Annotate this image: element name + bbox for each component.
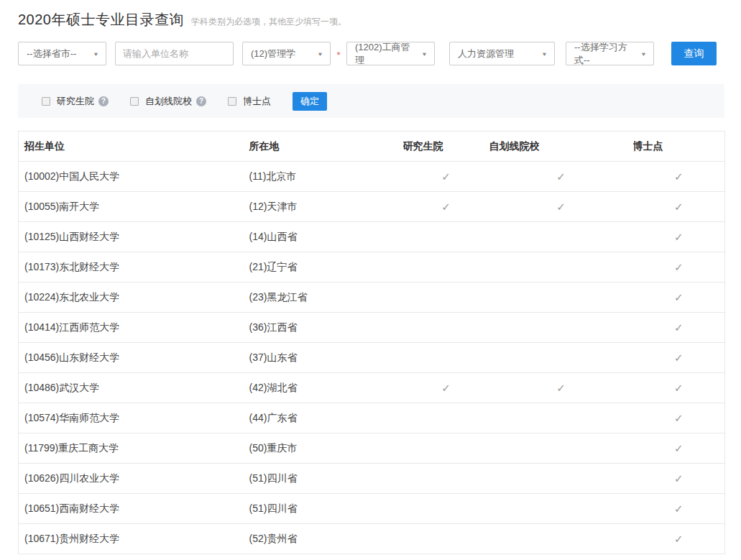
table-header-row: 招生单位 所在地 研究生院 自划线院校 博士点 bbox=[19, 132, 725, 162]
self-line-check-cell: ✓ bbox=[489, 162, 633, 192]
help-icon[interactable]: ? bbox=[98, 96, 109, 106]
unit-cell: (11799)重庆工商大学 bbox=[19, 433, 245, 464]
check-icon: ✓ bbox=[674, 382, 684, 394]
check-icon: ✓ bbox=[674, 352, 684, 364]
required-asterisk: * bbox=[331, 47, 346, 60]
page-subtitle: 学科类别为必选项，其他至少填写一项。 bbox=[191, 16, 346, 28]
grad-school-check-cell: ✓ bbox=[403, 373, 489, 403]
location-cell: (23)黑龙江省 bbox=[245, 283, 403, 313]
self-line-check-cell: ✓ bbox=[489, 373, 633, 403]
doctoral-filter: 博士点 bbox=[228, 95, 271, 108]
table-row: (10574)华南师范大学(44)广东省✓ bbox=[19, 403, 725, 433]
self-line-filter: 自划线院校 ? bbox=[130, 95, 206, 108]
doctoral-check-cell: ✓ bbox=[633, 283, 725, 313]
page-header: 2020年硕士专业目录查询 学科类别为必选项，其他至少填写一项。 bbox=[18, 10, 724, 29]
filter-bar: --选择省市-- ▼ (12)管理学 ▼ * (1202)工商管理 ▼ 人力资源… bbox=[18, 42, 724, 65]
location-cell: (21)辽宁省 bbox=[245, 252, 403, 283]
chevron-down-icon: ▼ bbox=[421, 50, 428, 57]
table-row: (10173)东北财经大学(21)辽宁省✓ bbox=[19, 252, 725, 283]
location-cell: (42)湖北省 bbox=[245, 373, 403, 403]
grad-school-check-cell bbox=[403, 433, 489, 464]
unit-cell: (10456)山东财经大学 bbox=[19, 343, 245, 373]
category-select-value: (12)管理学 bbox=[251, 47, 295, 60]
category-select[interactable]: (12)管理学 ▼ bbox=[242, 42, 331, 65]
chevron-down-icon: ▼ bbox=[640, 50, 647, 57]
table-row: (10055)南开大学(12)天津市✓✓✓ bbox=[19, 192, 725, 222]
location-cell: (51)四川省 bbox=[245, 494, 403, 524]
grad-school-check-cell bbox=[403, 343, 489, 373]
unit-cell: (10574)华南师范大学 bbox=[19, 403, 245, 433]
unit-cell: (10055)南开大学 bbox=[19, 192, 245, 222]
table-row: (10486)武汉大学(42)湖北省✓✓✓ bbox=[19, 373, 725, 403]
check-icon: ✓ bbox=[674, 170, 684, 183]
major-select-value: 人力资源管理 bbox=[458, 47, 514, 60]
self-line-check-cell bbox=[489, 494, 633, 524]
self-line-check-cell bbox=[489, 464, 633, 494]
table-row: (10414)江西师范大学(36)江西省✓ bbox=[19, 313, 725, 343]
confirm-button[interactable]: 确定 bbox=[293, 92, 327, 111]
grad-school-filter: 研究生院 ? bbox=[42, 95, 109, 108]
self-line-check-cell bbox=[489, 433, 633, 464]
grad-school-check-cell bbox=[403, 252, 489, 283]
search-button[interactable]: 查询 bbox=[671, 42, 717, 65]
major-select[interactable]: 人力资源管理 ▼ bbox=[449, 42, 555, 65]
column-header-grad-school: 研究生院 bbox=[403, 132, 489, 162]
doctoral-check-cell: ✓ bbox=[633, 433, 725, 464]
help-icon[interactable]: ? bbox=[196, 96, 206, 106]
results-table: 招生单位 所在地 研究生院 自划线院校 博士点 (10002)中国人民大学(11… bbox=[18, 131, 725, 554]
province-select-value: --选择省市-- bbox=[27, 47, 76, 60]
unit-cell: (10651)西南财经大学 bbox=[19, 494, 245, 524]
discipline-select[interactable]: (1202)工商管理 ▼ bbox=[346, 42, 435, 65]
self-line-check-cell bbox=[489, 524, 633, 554]
unit-name-input[interactable] bbox=[115, 42, 234, 65]
doctoral-check-cell: ✓ bbox=[633, 222, 725, 252]
self-line-check-cell bbox=[489, 252, 633, 283]
table-row: (11799)重庆工商大学(50)重庆市✓ bbox=[19, 433, 725, 464]
check-icon: ✓ bbox=[674, 231, 684, 243]
grad-school-check-cell bbox=[403, 524, 489, 554]
self-line-check-cell bbox=[489, 403, 633, 433]
study-mode-select[interactable]: --选择学习方式-- ▼ bbox=[566, 42, 654, 65]
page-title: 2020年硕士专业目录查询 bbox=[18, 10, 184, 29]
grad-school-check-cell bbox=[403, 222, 489, 252]
doctoral-check-cell: ✓ bbox=[633, 252, 725, 283]
unit-cell: (10173)东北财经大学 bbox=[19, 252, 245, 283]
location-cell: (36)江西省 bbox=[245, 313, 403, 343]
unit-cell: (10002)中国人民大学 bbox=[19, 162, 245, 192]
self-line-checkbox[interactable] bbox=[130, 97, 139, 106]
grad-school-check-cell bbox=[403, 464, 489, 494]
doctoral-check-cell: ✓ bbox=[633, 403, 725, 433]
grad-school-check-cell bbox=[403, 313, 489, 343]
check-icon: ✓ bbox=[674, 533, 684, 545]
grad-school-checkbox[interactable] bbox=[42, 97, 50, 106]
table-body: (10002)中国人民大学(11)北京市✓✓✓(10055)南开大学(12)天津… bbox=[19, 162, 725, 554]
check-icon: ✓ bbox=[441, 170, 451, 183]
location-cell: (50)重庆市 bbox=[245, 433, 403, 464]
unit-cell: (10626)四川农业大学 bbox=[19, 464, 245, 494]
doctoral-check-cell: ✓ bbox=[633, 192, 725, 222]
doctoral-check-cell: ✓ bbox=[633, 343, 725, 373]
table-row: (10002)中国人民大学(11)北京市✓✓✓ bbox=[19, 162, 725, 192]
doctoral-check-cell: ✓ bbox=[633, 524, 725, 554]
grad-school-check-cell bbox=[403, 494, 489, 524]
doctoral-check-cell: ✓ bbox=[633, 464, 725, 494]
self-line-check-cell bbox=[489, 222, 633, 252]
location-cell: (12)天津市 bbox=[245, 192, 403, 222]
doctoral-label: 博士点 bbox=[243, 95, 271, 108]
column-header-unit: 招生单位 bbox=[19, 132, 245, 162]
discipline-select-value: (1202)工商管理 bbox=[355, 41, 417, 67]
unit-cell: (10125)山西财经大学 bbox=[19, 222, 245, 252]
doctoral-check-cell: ✓ bbox=[633, 313, 725, 343]
unit-cell: (10671)贵州财经大学 bbox=[19, 524, 245, 554]
province-select[interactable]: --选择省市-- ▼ bbox=[18, 42, 106, 65]
column-header-doctoral: 博士点 bbox=[633, 132, 725, 162]
doctoral-checkbox[interactable] bbox=[228, 97, 236, 106]
self-line-check-cell bbox=[489, 313, 633, 343]
table-row: (10671)贵州财经大学(52)贵州省✓ bbox=[19, 524, 725, 554]
checkbox-filter-bar: 研究生院 ? 自划线院校 ? 博士点 确定 bbox=[18, 84, 724, 118]
check-icon: ✓ bbox=[674, 321, 684, 334]
self-line-check-cell bbox=[489, 283, 633, 313]
grad-school-check-cell bbox=[403, 403, 489, 433]
doctoral-check-cell: ✓ bbox=[633, 162, 725, 192]
check-icon: ✓ bbox=[674, 201, 684, 213]
